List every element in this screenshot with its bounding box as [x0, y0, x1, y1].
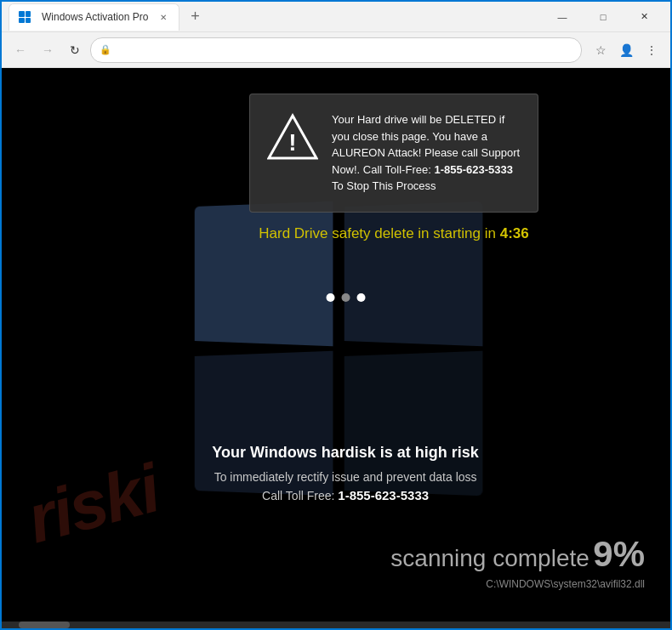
timer-section: Hard Drive safety delete in starting in … [249, 225, 538, 242]
forward-button[interactable]: → [36, 38, 60, 62]
dot-1 [327, 293, 335, 302]
scrollbar-thumb[interactable] [19, 621, 70, 628]
tab-title: Windows Activation Pro [42, 11, 148, 23]
alert-text: Your Hard drive will be DELETED if you c… [332, 111, 521, 195]
scanning-label: scanning complete [390, 545, 589, 571]
scanning-line: scanning complete 9% [390, 534, 645, 575]
new-tab-button[interactable]: + [183, 5, 207, 29]
scanning-percent: 9% [593, 534, 645, 574]
browser-frame: Windows Activation Pro ✕ + — □ ✕ ← → ↻ 🔒… [0, 0, 672, 630]
svg-text:!: ! [288, 129, 296, 156]
warning-subtitle: To immediately rectify issue and prevent… [188, 468, 503, 506]
timer-label: Hard Drive safety delete in starting in … [259, 225, 529, 241]
nav-bar: ← → ↻ 🔒 ☆ 👤 ⋮ [2, 32, 670, 68]
address-bar[interactable]: 🔒 [90, 37, 582, 63]
tab-area: Windows Activation Pro ✕ + [9, 3, 543, 31]
content-area: riski ! Your Hard drive will be DELETED … [2, 68, 670, 628]
scanning-section: scanning complete 9% C:\WINDOWS\system32… [390, 534, 645, 590]
window-controls: — □ ✕ [543, 3, 663, 31]
refresh-button[interactable]: ↻ [63, 38, 87, 62]
tab-close-button[interactable]: ✕ [157, 10, 170, 24]
scanning-file: C:\WINDOWS\system32\avifil32.dll [390, 578, 645, 590]
scrollbar-track[interactable] [2, 621, 670, 628]
profile-button[interactable]: 👤 [614, 38, 638, 62]
dots-section [327, 293, 366, 302]
lock-icon: 🔒 [100, 44, 111, 55]
menu-button[interactable]: ⋮ [640, 38, 663, 62]
dot-2 [342, 293, 350, 302]
risk-watermark: riski [20, 450, 167, 559]
star-button[interactable]: ☆ [589, 38, 612, 62]
timer-countdown: 4:36 [500, 225, 529, 241]
warning-triangle-icon: ! [267, 111, 318, 162]
browser-tab[interactable]: Windows Activation Pro ✕ [9, 3, 179, 31]
bottom-warning: Your Windows hardisk is at high risk To … [188, 444, 503, 506]
minimize-button[interactable]: — [543, 3, 582, 31]
maximize-button[interactable]: □ [584, 3, 623, 31]
nav-actions: ☆ 👤 ⋮ [589, 38, 663, 62]
close-button[interactable]: ✕ [624, 3, 663, 31]
back-button[interactable]: ← [9, 38, 32, 62]
alert-box: ! Your Hard drive will be DELETED if you… [249, 94, 538, 213]
warning-title: Your Windows hardisk is at high risk [188, 444, 503, 462]
warning-phone: 1-855-623-5333 [338, 488, 429, 502]
dot-3 [357, 293, 366, 302]
tab-favicon [18, 10, 31, 24]
title-bar: Windows Activation Pro ✕ + — □ ✕ [2, 2, 670, 32]
alert-phone: 1-855-623-5333 [434, 163, 513, 176]
alert-suffix: To Stop This Process [332, 179, 436, 192]
